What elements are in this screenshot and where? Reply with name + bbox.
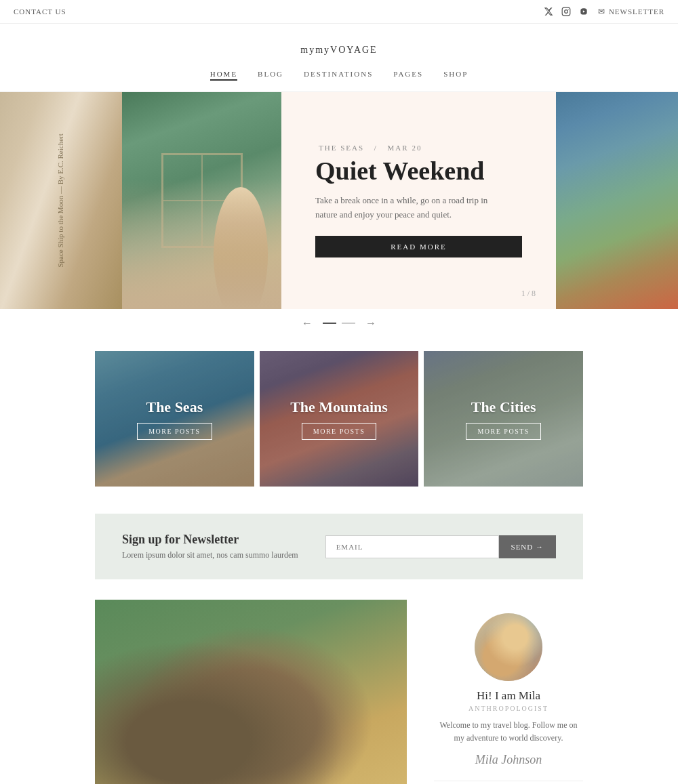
site-header: mymyVOYAGE <box>0 24 678 64</box>
category-mountains[interactable]: The Mountains MORE POSTS <box>260 351 419 487</box>
mountains-overlay <box>260 351 419 487</box>
author-avatar <box>475 613 542 681</box>
author-signature: Mila Johnson <box>434 753 583 767</box>
window-frame-decoration <box>161 153 243 248</box>
top-bar-right: NEWSLETTER <box>542 5 664 18</box>
featured-post: THE CITIES Exciting Locations Travel aro… <box>95 600 407 784</box>
featured-post-image <box>95 600 407 784</box>
hero-photo-inner <box>122 92 281 309</box>
newsletter-link[interactable]: NEWSLETTER <box>598 7 664 17</box>
main-navigation: HOME BLOG DESTINATIONS PAGES SHOP <box>0 64 678 92</box>
social-icons <box>542 5 590 18</box>
hero-center-photo <box>122 92 281 309</box>
hero-right-image-inner <box>556 92 678 309</box>
category-seas[interactable]: The Seas MORE POSTS <box>95 351 254 487</box>
mountains-more-posts-button[interactable]: MORE POSTS <box>302 423 376 440</box>
hero-counter: 1 / 8 <box>521 289 536 299</box>
slider-navigation: ← → <box>0 309 678 337</box>
sidebar-post: How Much Food You Should Pack for a <box>434 781 583 784</box>
youtube-icon[interactable] <box>578 5 590 18</box>
seas-more-posts-button[interactable]: MORE POSTS <box>137 423 212 440</box>
hero-category: THE SEAS / MAR 20 <box>315 144 522 152</box>
nav-destinations[interactable]: DESTINATIONS <box>304 70 373 81</box>
slider-dot-2[interactable] <box>342 323 355 324</box>
cities-title: The Cities <box>471 398 536 416</box>
hero-read-more-button[interactable]: READ MORE <box>315 236 522 257</box>
author-name: Hi! I am Mila <box>434 689 583 703</box>
hero-title: Quiet Weekend <box>315 157 522 186</box>
hero-left-image: Space Ship to the Moon — By E.C. Reicher… <box>0 92 122 309</box>
woman-silhouette <box>214 187 268 309</box>
nav-pages[interactable]: PAGES <box>393 70 423 81</box>
cities-more-posts-button[interactable]: MORE POSTS <box>466 423 540 440</box>
author-card: Hi! I am Mila ANTHROPOLOGIST Welcome to … <box>434 600 583 781</box>
categories-section: The Seas MORE POSTS The Mountains MORE P… <box>0 337 678 500</box>
newsletter-title: Sign up for Newsletter <box>122 533 298 547</box>
newsletter-text: Sign up for Newsletter Lorem ipsum dolor… <box>122 533 298 560</box>
book-text: Space Ship to the Moon — By E.C. Reicher… <box>54 133 68 267</box>
seas-overlay <box>95 351 254 487</box>
svg-rect-0 <box>562 7 570 16</box>
newsletter-description: Lorem ipsum dolor sit amet, nos cam summ… <box>122 550 298 560</box>
svg-point-1 <box>565 10 568 14</box>
hero-right-image <box>556 92 678 309</box>
newsletter-email-input[interactable] <box>325 535 499 558</box>
hero-section: Space Ship to the Moon — By E.C. Reicher… <box>0 92 678 309</box>
twitter-icon[interactable] <box>542 5 555 18</box>
seas-title: The Seas <box>146 398 203 416</box>
nav-home[interactable]: HOME <box>210 70 237 81</box>
hero-content-wrap: THE SEAS / MAR 20 Quiet Weekend Take a b… <box>281 92 556 309</box>
site-logo: mymyVOYAGE <box>0 36 678 58</box>
nav-blog[interactable]: BLOG <box>258 70 283 81</box>
author-title: ANTHROPOLOGIST <box>434 705 583 712</box>
main-content: THE CITIES Exciting Locations Travel aro… <box>0 600 678 784</box>
nav-shop[interactable]: SHOP <box>443 70 468 81</box>
hero-description: Take a break once in a while, go on a ro… <box>315 194 505 222</box>
author-avatar-image <box>475 613 542 681</box>
newsletter-form: SEND → <box>325 535 556 558</box>
instagram-icon[interactable] <box>560 5 572 18</box>
slider-dot-1[interactable] <box>323 323 336 324</box>
contact-link[interactable]: CONTACT US <box>14 7 66 16</box>
newsletter-send-button[interactable]: SEND → <box>499 535 556 558</box>
category-cities[interactable]: The Cities MORE POSTS <box>424 351 583 487</box>
author-bio: Welcome to my travel blog. Follow me on … <box>434 719 583 745</box>
newsletter-section: Sign up for Newsletter Lorem ipsum dolor… <box>95 514 583 579</box>
mountains-title: The Mountains <box>290 398 388 416</box>
svg-point-2 <box>568 9 569 9</box>
donkey-scene <box>95 600 407 784</box>
cities-overlay <box>424 351 583 487</box>
book-image: Space Ship to the Moon — By E.C. Reicher… <box>0 92 122 309</box>
slider-next-button[interactable]: → <box>361 319 381 327</box>
sidebar: Hi! I am Mila ANTHROPOLOGIST Welcome to … <box>434 600 583 784</box>
top-bar: CONTACT US NEWSLETTER <box>0 0 678 24</box>
hero-content: THE SEAS / MAR 20 Quiet Weekend Take a b… <box>281 110 556 291</box>
slider-prev-button[interactable]: ← <box>297 319 317 327</box>
